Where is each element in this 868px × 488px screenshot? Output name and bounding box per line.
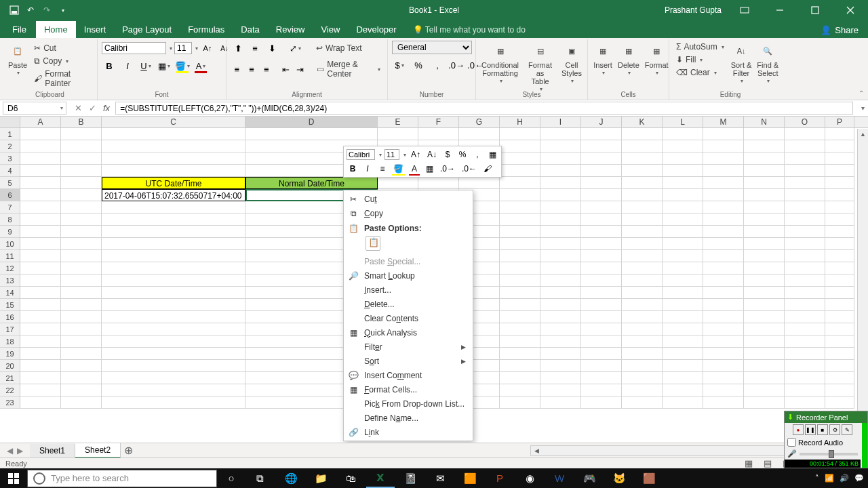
cell-H2[interactable] (500, 140, 540, 152)
undo-icon[interactable]: ↶ (24, 4, 37, 16)
cell-P9[interactable] (825, 226, 854, 238)
menu-delete[interactable]: Delete... (344, 297, 473, 311)
cell-F5[interactable] (418, 177, 459, 189)
cell-J18[interactable] (581, 336, 622, 348)
cell-I12[interactable] (540, 262, 581, 274)
row-header-11[interactable]: 11 (0, 250, 20, 262)
menu-insert[interactable]: Insert... (344, 283, 473, 297)
cell-J11[interactable] (581, 250, 622, 262)
cell-O8[interactable] (785, 214, 825, 226)
col-header-L[interactable]: L (663, 117, 703, 127)
ribbon-options-icon[interactable] (730, 0, 760, 20)
format-cells-button[interactable]: ▦Format▾ (644, 41, 670, 78)
cell-H8[interactable] (500, 214, 540, 226)
cell-C16[interactable] (102, 311, 245, 323)
cell-M13[interactable] (703, 274, 744, 287)
align-middle-icon[interactable]: ≡ (248, 41, 262, 56)
cell-N13[interactable] (744, 274, 785, 287)
cell-M14[interactable] (703, 287, 744, 299)
cell-H22[interactable] (500, 384, 540, 396)
cell-J2[interactable] (581, 140, 622, 152)
cell-B4[interactable] (61, 165, 102, 177)
cell-K4[interactable] (622, 165, 663, 177)
cell-N15[interactable] (744, 299, 785, 311)
cell-A11[interactable] (20, 250, 61, 262)
mini-font-name[interactable] (347, 149, 375, 160)
cell-H1[interactable] (500, 128, 540, 140)
cell-O1[interactable] (785, 128, 825, 140)
menu-smart-lookup[interactable]: 🔎Smart Lookup (344, 268, 473, 283)
close-icon[interactable] (835, 0, 865, 20)
tray-overflow-icon[interactable]: ˄ (815, 474, 819, 483)
cell-H23[interactable] (500, 396, 540, 409)
cell-H12[interactable] (500, 262, 540, 274)
cell-N7[interactable] (744, 201, 785, 214)
expand-formula-bar-icon[interactable]: ▾ (857, 100, 868, 116)
cell-C15[interactable] (102, 299, 245, 311)
cortana-button[interactable]: ○ (217, 468, 245, 488)
cell-N21[interactable] (744, 372, 785, 384)
menu-clear-contents[interactable]: Clear Contents (344, 311, 473, 325)
cell-O10[interactable] (785, 238, 825, 250)
new-sheet-button[interactable]: ⊕ (121, 443, 136, 458)
taskbar-edge-icon[interactable]: 🌐 (277, 468, 305, 488)
comma-format-button[interactable]: , (430, 58, 445, 73)
find-select-button[interactable]: 🔍Find & Select▾ (755, 41, 780, 86)
cell-L15[interactable] (663, 299, 703, 311)
cell-M17[interactable] (703, 323, 744, 336)
delete-cells-button[interactable]: ▦Delete▾ (616, 41, 641, 78)
cell-N8[interactable] (744, 214, 785, 226)
cell-P7[interactable] (825, 201, 854, 214)
cell-K18[interactable] (622, 336, 663, 348)
cell-A7[interactable] (20, 201, 61, 214)
cell-P6[interactable] (825, 189, 854, 201)
row-header-5[interactable]: 5 (0, 177, 20, 189)
cell-K8[interactable] (622, 214, 663, 226)
cell-L1[interactable] (663, 128, 703, 140)
cell-P16[interactable] (825, 311, 854, 323)
cell-K19[interactable] (622, 348, 663, 360)
cell-H13[interactable] (500, 274, 540, 287)
cell-B6[interactable] (61, 189, 102, 201)
cell-K13[interactable] (622, 274, 663, 287)
cell-C4[interactable] (102, 165, 245, 177)
taskbar-app3-icon[interactable]: 🐱 (605, 468, 633, 488)
insert-cells-button[interactable]: ▦Insert▾ (592, 41, 614, 78)
mini-dec-decimal-icon[interactable]: .0← (460, 163, 479, 175)
col-header-N[interactable]: N (744, 117, 785, 127)
cell-A16[interactable] (20, 311, 61, 323)
cell-M12[interactable] (703, 262, 744, 274)
cell-M6[interactable] (703, 189, 744, 201)
cell-I7[interactable] (540, 201, 581, 214)
cell-J23[interactable] (581, 396, 622, 409)
cell-J5[interactable] (581, 177, 622, 189)
cell-O15[interactable] (785, 299, 825, 311)
tray-volume-icon[interactable]: 🔊 (840, 474, 849, 483)
col-header-E[interactable]: E (378, 117, 418, 127)
cell-C5[interactable]: UTC Date/Time (102, 177, 245, 189)
taskbar-excel-icon[interactable]: 𝗫 (366, 468, 395, 488)
cell-L5[interactable] (663, 177, 703, 189)
menu-cut[interactable]: ✂Cut (344, 192, 473, 206)
align-right-icon[interactable]: ≡ (260, 62, 273, 77)
cell-I8[interactable] (540, 214, 581, 226)
align-bottom-icon[interactable]: ⬇ (264, 41, 279, 56)
cell-A19[interactable] (20, 348, 61, 360)
cell-P13[interactable] (825, 274, 854, 287)
cell-B13[interactable] (61, 274, 102, 287)
cell-J15[interactable] (581, 299, 622, 311)
enter-formula-icon[interactable]: ✓ (89, 103, 96, 113)
recorder-settings-icon[interactable]: ⚙ (829, 424, 840, 435)
cell-M20[interactable] (703, 360, 744, 372)
cell-L19[interactable] (663, 348, 703, 360)
cell-H16[interactable] (500, 311, 540, 323)
cell-D5[interactable]: Normal Date/Time (245, 177, 378, 189)
cell-O2[interactable] (785, 140, 825, 152)
tab-insert[interactable]: Insert (76, 21, 115, 38)
row-header-12[interactable]: 12 (0, 262, 20, 274)
cell-H19[interactable] (500, 348, 540, 360)
cell-C10[interactable] (102, 238, 245, 250)
cell-O5[interactable] (785, 177, 825, 189)
cell-N11[interactable] (744, 250, 785, 262)
cell-H17[interactable] (500, 323, 540, 336)
